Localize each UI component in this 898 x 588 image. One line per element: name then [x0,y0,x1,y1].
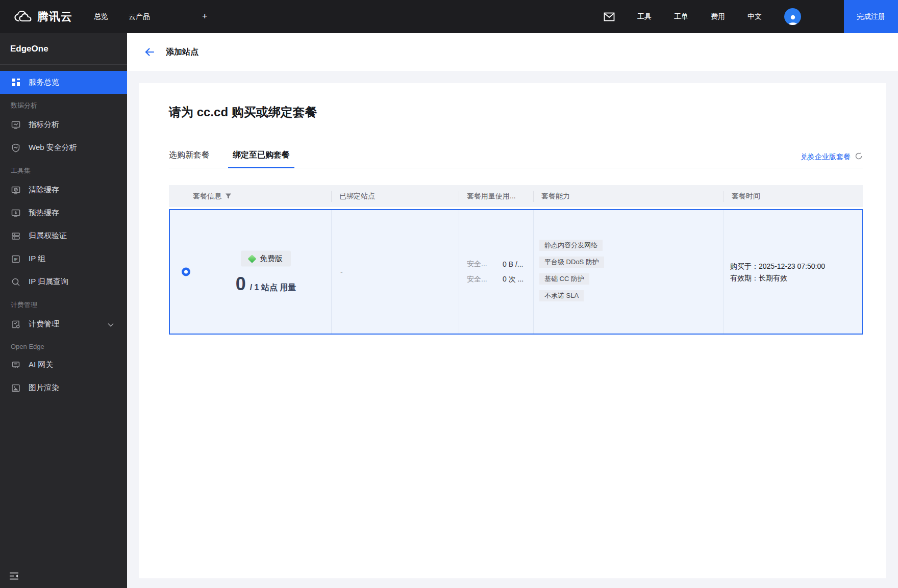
brand[interactable]: 腾讯云 [14,9,72,24]
sidebar-group-data-analysis: 数据分析 [0,94,127,113]
chevron-down-icon [108,320,114,328]
usage-row-traffic: 安全... 0 B /... [467,260,523,269]
page-title: 添加站点 [166,47,198,58]
content-card: 请为 cc.cd 购买或绑定套餐 选购新套餐 绑定至已购套餐 兑换企业版套餐 [139,83,886,578]
sidebar-item-label: 清除缓存 [29,185,59,195]
plan-badge: 免费版 [241,251,291,267]
sidebar-group-toolkit: 工具集 [0,159,127,178]
sidebar-item-billing-management[interactable]: 计费管理 [0,313,127,336]
plan-radio-selected[interactable] [182,268,190,276]
sidebar-item-label: 图片渲染 [29,383,59,393]
brand-name: 腾讯云 [37,9,72,24]
capability-tag: 平台级 DDoS 防护 [539,257,604,268]
sidebar-item-service-overview[interactable]: 服务总览 [0,71,127,94]
image-icon [11,383,21,393]
site-quota-usage: 0 / 1 站点 用量 [236,275,296,293]
sidebar-product-title: EdgeOne [0,33,127,65]
sidebar-item-image-rendering[interactable]: 图片渲染 [0,376,127,399]
sidebar-item-ip-lookup[interactable]: IP 归属查询 [0,270,127,293]
sidebar-group-open-edge: Open Edge [0,336,127,353]
cell-bound-sites: - [331,210,459,334]
sidebar-item-web-security-analysis[interactable]: Web 安全分析 [0,136,127,159]
nav-overview[interactable]: 总览 [94,12,108,21]
sidebar-item-label: 指标分析 [29,120,59,130]
sidebar-item-ownership-verification[interactable]: 归属权验证 [0,224,127,247]
shield-icon [11,143,21,153]
free-plan-diamond-icon [248,254,257,263]
nav-cloud-products[interactable]: 云产品 [129,12,150,21]
billing-gear-icon [11,319,21,329]
column-plan-capability: 套餐能力 [533,191,724,202]
server-stack-icon [11,231,21,241]
filter-icon[interactable] [225,193,232,199]
sidebar-item-label: 归属权验证 [29,231,67,241]
column-plan-time: 套餐时间 [724,191,863,202]
user-avatar[interactable] [784,8,801,25]
tab-bind-purchased-plan[interactable]: 绑定至已购套餐 [228,150,294,168]
gateway-icon [11,360,21,370]
sidebar-group-billing: 计费管理 [0,293,127,313]
cell-plan-capability: 静态内容分发网络 平台级 DDoS 防护 基础 CC 防护 不承诺 SLA [533,210,724,334]
tab-buy-new-plan[interactable]: 选购新套餐 [164,150,214,168]
redeem-enterprise-plan-link[interactable]: 兑换企业版套餐 [801,152,851,162]
sidebar-item-label: 服务总览 [29,78,59,87]
sidebar-item-label: Web 安全分析 [29,143,77,152]
mail-icon[interactable] [604,12,615,21]
sidebar-item-label: 计费管理 [29,319,59,329]
sidebar-item-label: AI 网关 [29,360,53,370]
column-plan-usage: 套餐用量使用... [459,191,533,202]
tencent-cloud-logo-icon [14,10,32,23]
capability-tag: 基础 CC 防护 [539,273,589,285]
grid-icon [11,78,21,88]
collapse-sidebar-icon[interactable] [9,572,19,582]
sidebar: EdgeOne 服务总览 数据分析 [0,33,127,588]
sidebar-item-label: IP 组 [29,254,45,264]
page-header: 添加站点 [127,33,898,71]
nav-language[interactable]: 中文 [747,12,762,21]
capability-tag: 不承诺 SLA [539,290,584,301]
plan-table-row[interactable]: 免费版 0 / 1 站点 用量 - 安全... [169,209,863,335]
column-bound-sites: 已绑定站点 [331,191,459,202]
nav-add-tab-button[interactable]: + [202,11,208,22]
bound-site-value: - [340,268,343,276]
purchase-time: 购买于：2025-12-23 07:50:00 [730,261,825,271]
sidebar-item-label: IP 归属查询 [29,277,68,287]
refresh-icon[interactable] [855,152,863,162]
top-nav: 腾讯云 总览 云产品 + 工具 工单 费用 中文 [0,0,898,33]
monitor-download-icon [11,208,21,218]
nav-tools[interactable]: 工具 [637,12,652,21]
monitor-refresh-icon [11,185,21,195]
cell-plan-usage: 安全... 0 B /... 安全... 0 次 ... [459,210,533,334]
tencent-cloud-console: 腾讯云 总览 云产品 + 工具 工单 费用 中文 [0,0,898,588]
sidebar-item-prefetch-cache[interactable]: 预热缓存 [0,201,127,224]
svg-text:IP: IP [14,257,17,262]
nav-tickets[interactable]: 工单 [674,12,688,21]
plan-tabbar: 选购新套餐 绑定至已购套餐 兑换企业版套餐 [169,149,863,168]
column-plan-info[interactable]: 套餐信息 [169,191,331,202]
sidebar-item-ai-gateway[interactable]: AI 网关 [0,353,127,376]
ip-box-icon: IP [11,254,21,264]
search-icon [11,277,21,287]
complete-registration-button[interactable]: 完成注册 [844,0,898,33]
back-arrow-icon[interactable] [144,47,155,57]
sidebar-item-label: 预热缓存 [29,208,59,218]
validity-period: 有效期：长期有效 [730,273,825,283]
table-header: 套餐信息 已绑定站点 套餐用量使用... 套餐能力 套餐时间 [169,185,863,207]
monitor-chart-icon [11,120,21,130]
cell-plan-time: 购买于：2025-12-23 07:50:00 有效期：长期有效 [724,210,862,334]
cell-plan-info: 免费版 0 / 1 站点 用量 [170,210,331,334]
main-area: 添加站点 请为 cc.cd 购买或绑定套餐 选购新套餐 绑定至已购套餐 兑换企业… [127,33,898,588]
sidebar-item-ip-group[interactable]: IP IP 组 [0,247,127,270]
sidebar-item-purge-cache[interactable]: 清除缓存 [0,178,127,201]
nav-billing[interactable]: 费用 [711,12,725,21]
usage-row-requests: 安全... 0 次 ... [467,275,523,284]
sidebar-item-metric-analysis[interactable]: 指标分析 [0,113,127,136]
wizard-title: 请为 cc.cd 购买或绑定套餐 [169,104,863,121]
capability-tag: 静态内容分发网络 [539,240,603,251]
